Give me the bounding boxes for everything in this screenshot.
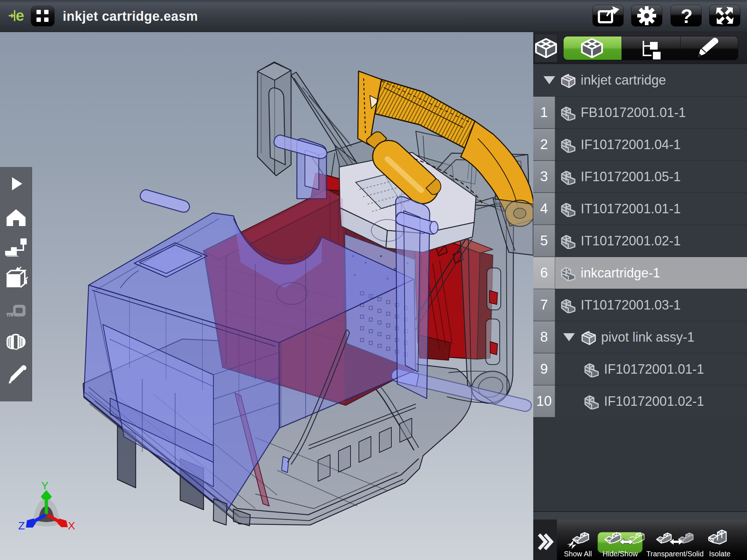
svg-text:Y: Y (41, 479, 49, 491)
svg-text:X: X (68, 520, 75, 532)
svg-text:Z: Z (18, 520, 25, 532)
svg-text:?: ? (681, 5, 693, 27)
